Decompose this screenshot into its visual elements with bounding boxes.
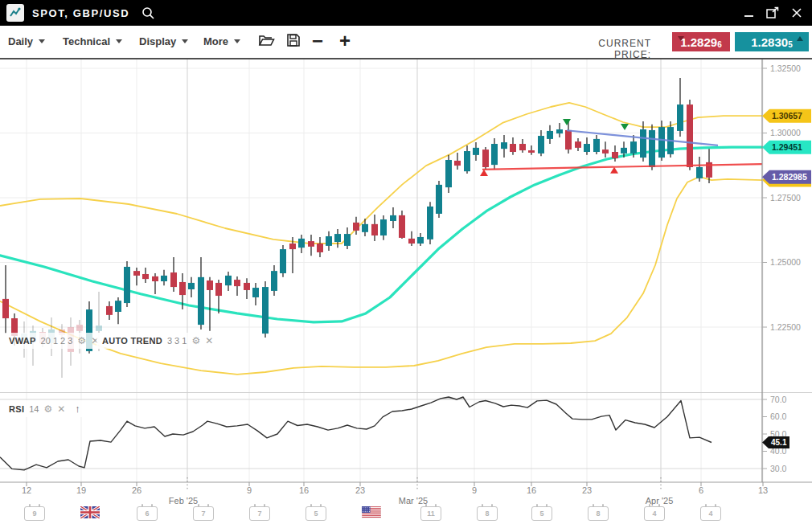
candle [473, 142, 479, 161]
app-logo-icon [6, 4, 24, 22]
candle [115, 297, 121, 324]
zoom-in-button[interactable]: + [339, 27, 351, 55]
close-button[interactable] [791, 6, 802, 20]
expand-arrow-icon[interactable]: ↑ [75, 403, 80, 415]
candle [161, 270, 167, 285]
candle [380, 215, 387, 240]
candle [417, 233, 424, 246]
candle [207, 277, 213, 331]
date-tick-label: 23 [582, 485, 592, 495]
minimize-button[interactable] [744, 6, 755, 20]
candle [225, 272, 232, 291]
date-tick-label: 12 [22, 485, 31, 495]
candle [124, 261, 130, 307]
candle [390, 207, 396, 228]
calendar-event-icon[interactable]: 6 [137, 506, 158, 521]
candle [436, 181, 442, 218]
calendar-event-icon[interactable]: 8 [588, 506, 609, 521]
candle [519, 139, 526, 153]
close-icon[interactable]: ✕ [57, 403, 65, 415]
popout-button[interactable] [766, 6, 780, 20]
calendar-event-icon[interactable]: 9 [24, 506, 45, 521]
date-tick-label: 23 [355, 485, 365, 495]
chevron-down-icon [234, 39, 240, 43]
price-tick-label: 1.32500 [770, 63, 801, 73]
ask-price-badge: 1.28305 [735, 32, 809, 51]
candle [687, 100, 693, 170]
month-tick-label: Feb '25 [169, 496, 198, 506]
candle [677, 78, 683, 137]
candle [133, 268, 140, 285]
flag-gb-icon[interactable] [80, 506, 100, 522]
candle [427, 202, 433, 244]
candle [252, 283, 259, 305]
calendar-event-icon[interactable]: 4 [644, 506, 665, 521]
candle [334, 229, 341, 248]
candle [408, 231, 415, 246]
rsi-axis: 70.060.050.040.030.045.1 [762, 395, 789, 473]
calendar-event-icon[interactable]: 11 [420, 506, 441, 521]
menu-technical[interactable]: Technical [63, 35, 122, 47]
date-tick-label: 6 [699, 485, 703, 495]
trading-app-window: 1.325001.300001.275001.250001.225001.306… [0, 0, 812, 524]
menu-more[interactable]: More [203, 35, 240, 47]
candle [215, 280, 222, 313]
calendar-event-icon[interactable]: 5 [306, 506, 326, 521]
candle [464, 145, 470, 174]
calendar-event-icon[interactable]: 8 [477, 506, 498, 521]
calendar-event-icon[interactable]: 7 [193, 506, 214, 521]
price-badge-label: 1.29451 [772, 142, 802, 152]
candle [280, 245, 286, 277]
calendar-event-icon[interactable]: 5 [531, 506, 552, 521]
candle [547, 125, 553, 144]
candle [262, 281, 269, 338]
candle [491, 138, 498, 170]
time-axis: 1219269162391623613Feb '25Mar '25Apr '25 [22, 477, 768, 506]
date-tick-label: 19 [76, 485, 86, 495]
rsi-tick-label: 30.0 [770, 464, 787, 473]
date-tick-label: 16 [299, 485, 309, 495]
candle [602, 141, 609, 158]
sell-signal-icon [621, 124, 629, 130]
toolbar: Daily Technical Display More − + CURRENT… [0, 26, 812, 59]
candle [188, 277, 195, 297]
candle [344, 227, 351, 249]
date-tick-label: 9 [247, 485, 252, 495]
candle [362, 219, 368, 236]
gear-icon[interactable]: ⚙ [191, 335, 200, 346]
calendar-event-icon[interactable]: 4 [700, 506, 721, 521]
svg-text:45.1: 45.1 [771, 438, 787, 447]
candle [575, 138, 581, 151]
price-tick-label: 1.27500 [770, 193, 801, 203]
calendar-event-icon[interactable]: 7 [249, 506, 270, 521]
price-axis: 1.325001.300001.275001.250001.225001.306… [762, 63, 811, 332]
rsi-tick-label: 70.0 [770, 395, 787, 404]
menu-display[interactable]: Display [139, 35, 188, 47]
close-icon[interactable]: ✕ [205, 335, 213, 346]
save-icon[interactable] [286, 33, 301, 51]
date-tick-label: 16 [527, 485, 536, 495]
menu-timeframe[interactable]: Daily [8, 35, 45, 47]
candle [271, 265, 277, 296]
candle [528, 145, 535, 155]
buy-signal-icon [480, 170, 488, 176]
flag-us-icon[interactable] [362, 506, 381, 522]
arrow-up-icon [797, 36, 803, 41]
trend-line-red[interactable] [482, 164, 762, 170]
candle [556, 123, 563, 137]
candle [649, 125, 655, 170]
zoom-out-button[interactable]: − [312, 27, 323, 55]
title-bar: SPOT, GBP/USD [0, 0, 812, 26]
vwap-indicator-label: VWAP 20 1 2 3 ⚙ ✕ [3, 333, 105, 349]
search-icon[interactable] [141, 6, 155, 20]
gear-icon[interactable]: ⚙ [77, 335, 86, 346]
open-folder-icon[interactable] [258, 33, 276, 51]
auto-trend-indicator-label: AUTO TREND 3 3 1 ⚙ ✕ [96, 333, 219, 349]
rsi-indicator-label: RSI 14 ⚙ ✕ ↑ [3, 400, 86, 417]
sell-signal-icon [563, 119, 571, 125]
gear-icon[interactable]: ⚙ [44, 403, 53, 415]
candle [482, 147, 489, 170]
candle [584, 137, 590, 155]
candle [142, 268, 149, 283]
candle [593, 135, 600, 154]
